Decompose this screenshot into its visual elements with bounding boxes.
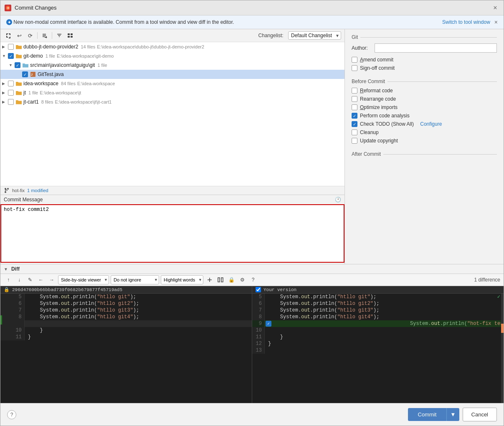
- commit-dropdown-arrow[interactable]: ▼: [446, 408, 459, 421]
- diff-collapse-button[interactable]: ▼: [4, 267, 8, 271]
- commit-message-area: Commit Message 🕐 hot-fix commit2: [0, 195, 344, 264]
- settings-button[interactable]: ⚙: [238, 275, 247, 284]
- info-bar-close[interactable]: ×: [494, 19, 498, 25]
- main-content: ↩ ⟳ Changelist: Default Changelist: [0, 29, 504, 264]
- lock-button[interactable]: 🔒: [227, 275, 236, 284]
- reformat-label: Reformat code: [360, 88, 393, 94]
- file-checkbox[interactable]: ✓: [15, 62, 20, 68]
- file-checkbox[interactable]: ✓: [22, 71, 28, 77]
- file-checkbox[interactable]: [8, 44, 14, 50]
- files-toolbar: ↩ ⟳ Changelist: Default Changelist: [0, 29, 344, 42]
- diff-line: 11 }: [252, 334, 504, 340]
- diff-line-empty: [0, 320, 252, 327]
- tree-item-jt-cart1[interactable]: ▶ jt-cart1 8 files E:\idea-workspace\jt\…: [0, 97, 344, 106]
- branch-name: hot-fix: [12, 188, 25, 193]
- diff-line: 5 System.out.println("htllo git");: [0, 294, 252, 300]
- viewer-dropdown-wrap: Side-by-side viewer Unified viewer ▼: [58, 275, 109, 284]
- check-todo-checkbox[interactable]: ✓: [352, 121, 357, 127]
- prev-diff-button[interactable]: ←: [36, 275, 46, 284]
- cleanup-checkbox[interactable]: [352, 129, 357, 135]
- expand-arrow: ▶: [2, 45, 8, 49]
- column-view-button[interactable]: [216, 275, 225, 284]
- help-button[interactable]: ?: [7, 410, 16, 419]
- scroll-up-button[interactable]: ↑: [4, 275, 13, 284]
- your-version-checkbox[interactable]: [256, 287, 261, 292]
- commit-message-input[interactable]: hot-fix commit2: [0, 204, 344, 263]
- close-button[interactable]: ×: [491, 4, 499, 12]
- help-button[interactable]: ?: [248, 275, 258, 284]
- sync-scroll-button[interactable]: [205, 275, 214, 284]
- sort-button[interactable]: [55, 31, 64, 40]
- commit-btn-group: Commit ▼: [408, 408, 459, 421]
- footer-right: Commit ▼ Cancel: [408, 408, 497, 421]
- diff-right-scrollbar-area: [501, 286, 504, 403]
- next-diff-button[interactable]: →: [47, 275, 56, 284]
- diff-right-lines: 5 System.out.println("htllo git"); ✓ 6 S…: [252, 294, 504, 354]
- optimize-checkbox[interactable]: [352, 104, 357, 110]
- switch-to-tool-window-link[interactable]: Switch to tool window: [442, 19, 490, 25]
- commit-button[interactable]: Commit: [408, 408, 447, 421]
- tree-item-dubbo[interactable]: ▶ dubbo-jt-demo-provider2 14 files E:\id…: [0, 42, 344, 51]
- perform-analysis-label: Perform code analysis: [360, 113, 410, 119]
- expand-arrow: ▶: [2, 100, 8, 104]
- tree-item-src[interactable]: ▼ ✓ src\main\java\com\atguigu\git 1 file: [0, 61, 344, 70]
- diff-line: 6 System.out.println("htllo git2");: [0, 300, 252, 307]
- refresh-button[interactable]: ⟳: [25, 31, 35, 40]
- tree-item-gittest[interactable]: ✓ J GitTest.java: [0, 70, 344, 79]
- file-checkbox[interactable]: [8, 99, 14, 105]
- lock-icon: 🔒: [4, 287, 10, 292]
- expand-arrow: ▼: [2, 54, 8, 58]
- configure-link[interactable]: Configure: [420, 121, 442, 127]
- svg-rect-2: [43, 34, 46, 35]
- highlight-dropdown[interactable]: Highlight words Highlight chars: [161, 275, 203, 284]
- perform-analysis-row: ✓ Perform code analysis: [352, 113, 497, 119]
- file-checkbox[interactable]: [8, 81, 14, 86]
- diff-right-panel: Your version 5 System.out.println("htllo…: [252, 286, 504, 403]
- left-panel: ↩ ⟳ Changelist: Default Changelist: [0, 29, 345, 264]
- diff-file-bar: 🔒 296d47600b66bbad739f0682b679877f45719a…: [0, 286, 252, 294]
- author-label: Author:: [352, 45, 375, 51]
- sign-off-checkbox[interactable]: [352, 65, 357, 71]
- tree-item-path: E:\idea-workspace\git-demo: [57, 53, 114, 58]
- group-button[interactable]: [66, 31, 75, 40]
- move-to-changelist-button[interactable]: [40, 31, 49, 40]
- ignore-dropdown[interactable]: Do not ignore Ignore whitespace: [111, 275, 159, 284]
- file-tree: ▶ dubbo-jt-demo-provider2 14 files E:\id…: [0, 42, 344, 186]
- clock-icon: 🕐: [335, 197, 341, 203]
- tree-item-info: 14 files: [81, 44, 95, 49]
- file-checkbox[interactable]: [8, 90, 14, 96]
- author-input[interactable]: [375, 43, 497, 53]
- undo-button[interactable]: ↩: [15, 31, 24, 40]
- commit-message-label: Commit Message: [4, 197, 43, 203]
- optimize-row: Optimize imports: [352, 104, 497, 110]
- update-copyright-checkbox[interactable]: [352, 138, 357, 144]
- cancel-button[interactable]: Cancel: [463, 408, 497, 421]
- changelist-select[interactable]: Default Changelist: [288, 31, 341, 40]
- diff-scrollbar[interactable]: [501, 286, 504, 403]
- perform-analysis-checkbox[interactable]: ✓: [352, 113, 357, 119]
- svg-rect-14: [218, 278, 220, 282]
- scroll-down-button[interactable]: ↓: [15, 275, 24, 284]
- svg-rect-15: [221, 278, 223, 282]
- file-checkbox[interactable]: ✓: [8, 53, 14, 59]
- svg-rect-5: [68, 33, 70, 35]
- check-todo-row: ✓ Check TODO (Show All) Configure: [352, 121, 497, 127]
- title-bar: ✦ Commit Changes ×: [0, 0, 504, 15]
- diff-your-version-bar: Your version: [252, 286, 504, 294]
- viewer-dropdown[interactable]: Side-by-side viewer Unified viewer: [58, 275, 109, 284]
- rearrange-checkbox[interactable]: [352, 96, 357, 102]
- amend-commit-checkbox[interactable]: [352, 57, 357, 63]
- tree-item-jt[interactable]: ▶ jt 1 file E:\idea-workspace\jt: [0, 88, 344, 97]
- diff-line-checkbox[interactable]: ✓: [266, 321, 271, 327]
- tree-item-git-demo[interactable]: ▼ ✓ git-demo 1 file E:\idea-workspace\gi…: [0, 51, 344, 61]
- expand-all-button[interactable]: [4, 31, 13, 40]
- package-icon: [22, 62, 29, 68]
- diff-header: ▼ Diff: [0, 264, 504, 274]
- dialog-footer: ? Commit ▼ Cancel: [0, 403, 504, 426]
- diff-section: ▼ Diff ↑ ↓ ✎ ← → Side-by-side viewer Uni…: [0, 264, 504, 403]
- tree-item-path: E:\idea-workspace\jt\jt-cart1: [55, 99, 111, 104]
- reformat-checkbox[interactable]: [352, 88, 357, 94]
- folder-icon: [15, 53, 22, 59]
- tree-item-idea[interactable]: ▶ idea-workspace 84 files E:\idea-worksp…: [0, 79, 344, 88]
- edit-button[interactable]: ✎: [25, 275, 35, 284]
